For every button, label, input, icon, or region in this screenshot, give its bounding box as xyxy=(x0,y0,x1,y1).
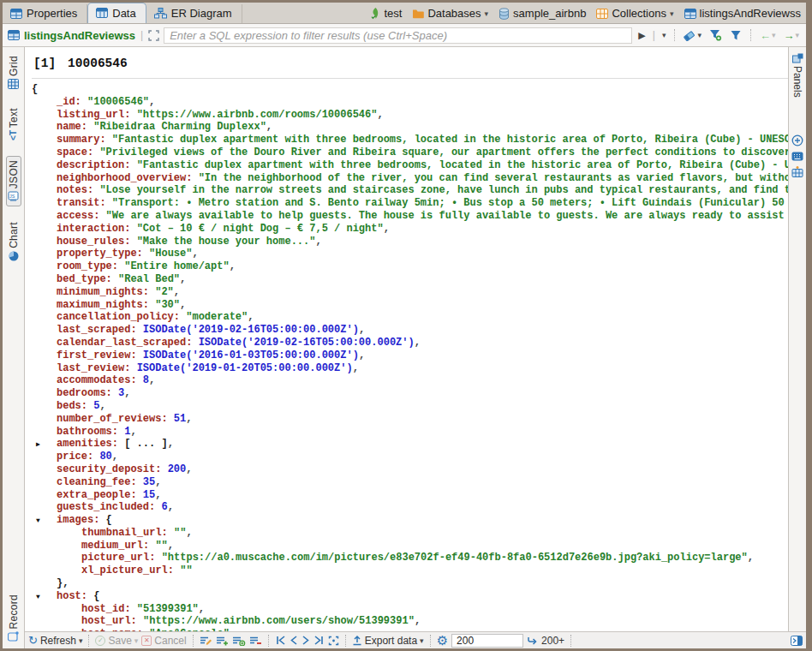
filter-toolbar: listingsAndReviewss | ▶ | ▾ ▾ ←▾ →▾ xyxy=(3,24,806,47)
chevron-down-icon[interactable]: ▾ xyxy=(670,9,674,18)
refresh-button[interactable]: ↻ Refresh ▾ xyxy=(28,635,82,647)
tab-panels[interactable]: Panels xyxy=(791,51,803,100)
add-row-button[interactable] xyxy=(216,636,229,646)
duplicate-row-button[interactable] xyxy=(232,636,246,646)
apply-filter-button[interactable]: ▶ xyxy=(636,30,647,41)
json-key: cancellation_policy: xyxy=(57,311,186,323)
edit-value-button[interactable] xyxy=(200,636,212,646)
previous-row-button[interactable] xyxy=(290,636,298,645)
divider xyxy=(750,29,751,41)
json-line: access: "We are always available to help… xyxy=(25,210,788,223)
fetch-size-input[interactable] xyxy=(451,634,523,648)
breadcrumb-connection[interactable]: test xyxy=(371,7,402,20)
json-key: bedrooms: xyxy=(57,387,118,399)
json-comma: , xyxy=(124,387,130,399)
json-value: "Real Bed" xyxy=(118,273,180,285)
json-key: space: xyxy=(57,146,99,158)
panels-strip: Panels xyxy=(788,47,806,631)
chevron-down-icon: ▾ xyxy=(697,31,702,39)
json-key: room_type: xyxy=(57,260,124,272)
json-value: 51 xyxy=(174,413,186,425)
json-key: calendar_last_scraped: xyxy=(57,337,199,349)
collapsed-arrow-icon[interactable]: ▶ xyxy=(36,439,40,451)
json-line: first_review: ISODate('2016-01-03T05:00:… xyxy=(25,349,788,362)
json-comma: , xyxy=(168,501,174,513)
erase-filter-button[interactable]: ▾ xyxy=(682,30,703,41)
breadcrumb-collections[interactable]: Collections ▾ xyxy=(596,7,673,20)
breadcrumb-database[interactable]: sample_airbnb xyxy=(499,7,586,20)
json-value: "" xyxy=(180,564,192,576)
next-row-button[interactable] xyxy=(302,636,310,645)
record-index: [1] xyxy=(33,57,56,70)
tab-properties[interactable]: Properties xyxy=(3,4,87,23)
json-value: "Lose yourself in the narrow streets and… xyxy=(99,184,788,196)
result-viewer-window: Properties Data ER Diagram test Database… xyxy=(0,0,812,651)
sql-filter-input[interactable] xyxy=(164,27,632,44)
tab-data[interactable]: Data xyxy=(87,3,146,23)
json-value: [ ... ] xyxy=(124,438,167,450)
go-to-row-button[interactable] xyxy=(328,636,339,646)
toggle-panel-button[interactable] xyxy=(791,636,803,646)
save-button[interactable]: ✓ Save ▾ xyxy=(95,635,138,647)
breadcrumb-databases[interactable]: Databases ▾ xyxy=(412,7,488,20)
record-id: 10006546 xyxy=(68,57,128,70)
json-key: price: xyxy=(57,451,99,463)
nav-back-button[interactable]: ←▾ xyxy=(758,29,778,42)
tab-chart[interactable]: Chart xyxy=(7,218,21,265)
json-key: _id: xyxy=(57,96,87,108)
separator: | xyxy=(140,29,143,41)
tab-er-diagram[interactable]: ER Diagram xyxy=(146,4,242,23)
filter-history-dropdown[interactable]: ▾ xyxy=(660,31,668,39)
json-value: 200 xyxy=(168,463,187,475)
json-value: ISODate('2019-02-16T05:00:00.000Z') xyxy=(143,324,359,336)
json-line: thumbnail_url: "", xyxy=(25,527,788,540)
json-key: xl_picture_url: xyxy=(81,564,180,576)
expanded-arrow-icon[interactable]: ▼ xyxy=(36,515,40,528)
tab-record-label: Record xyxy=(8,594,20,629)
nav-forward-button[interactable]: →▾ xyxy=(781,29,801,42)
cancel-button[interactable]: ✕ Cancel xyxy=(141,635,186,647)
tab-text[interactable]: Text <T xyxy=(7,105,21,144)
json-comma: , xyxy=(130,426,136,438)
tab-json[interactable]: JSON JS xyxy=(6,156,21,206)
json-line: }, xyxy=(25,577,788,590)
json-key: host_id: xyxy=(81,603,137,615)
calc-panel-icon[interactable] xyxy=(791,152,803,161)
add-filter-button[interactable] xyxy=(708,29,724,41)
tab-grid[interactable]: Grid xyxy=(7,52,21,93)
filter-settings-button[interactable] xyxy=(728,30,743,41)
fetch-settings-gear-icon[interactable]: ⚙ xyxy=(437,634,448,647)
json-line: beds: 5, xyxy=(25,400,788,413)
last-row-button[interactable] xyxy=(313,636,325,645)
json-value: "Make the house your home..." xyxy=(137,236,316,248)
first-row-button[interactable] xyxy=(275,636,286,645)
expanded-arrow-icon[interactable]: ▼ xyxy=(36,591,40,604)
json-value: "Fantastic duplex apartment with three b… xyxy=(112,134,788,146)
tab-record[interactable]: Record xyxy=(7,591,21,645)
json-line: price: 80, xyxy=(25,451,788,463)
json-line: cleaning_fee: 35, xyxy=(25,476,788,489)
chevron-down-icon[interactable]: ▾ xyxy=(485,9,489,18)
expand-filter-icon[interactable] xyxy=(148,30,159,41)
json-line: notes: "Lose yourself in the narrow stre… xyxy=(25,184,788,197)
breadcrumb-connection-label: test xyxy=(384,7,402,20)
divider xyxy=(570,635,571,647)
json-line: guests_included: 6, xyxy=(25,501,788,514)
json-line: property_type: "House", xyxy=(25,248,788,260)
delete-row-button[interactable] xyxy=(249,636,262,646)
tab-chart-label: Chart xyxy=(8,222,20,248)
json-key: minimum_nights: xyxy=(57,286,155,298)
breadcrumb-collection[interactable]: listingsAndReviewss xyxy=(684,7,802,20)
json-comma: , xyxy=(230,628,236,631)
json-comma: , xyxy=(359,349,365,361)
editor-tab-bar: Properties Data ER Diagram test Database… xyxy=(3,3,806,24)
json-key: house_rules: xyxy=(57,236,137,248)
json-comma: , xyxy=(186,413,192,425)
json-value: "Entire home/apt" xyxy=(124,260,229,272)
json-document[interactable]: {_id: "10006546",listing_url: "https://w… xyxy=(25,81,788,631)
json-value: "10006546" xyxy=(87,96,149,108)
value-panel-icon[interactable] xyxy=(791,134,803,146)
export-data-button[interactable]: Export data ▾ xyxy=(352,635,424,647)
grouping-panel-icon[interactable] xyxy=(791,166,803,177)
fetch-next-page-button[interactable]: 200+ xyxy=(527,635,564,647)
